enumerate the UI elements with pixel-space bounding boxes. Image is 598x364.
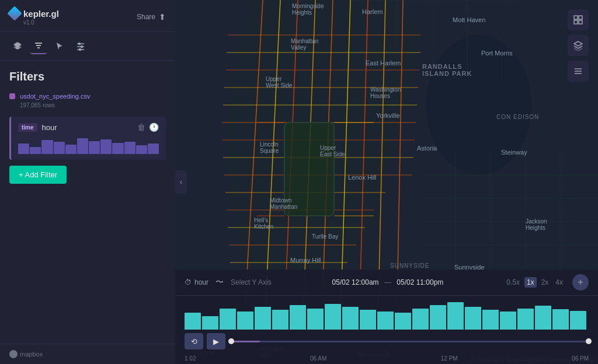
timeline-controls-row: ⏱ hour 〜 Select Y Axis 05/02 12:00am — 0… [175, 270, 598, 296]
timeline-select-y[interactable]: Select Y Axis [231, 278, 272, 286]
chart-bar-6 [272, 310, 288, 330]
axis-label-4: 06 PM [572, 355, 589, 362]
sidebar-footer: mapbox [0, 344, 175, 364]
svg-rect-57 [574, 20, 578, 24]
chart-bar-21 [535, 306, 551, 330]
filters-title: Filters [9, 70, 166, 83]
dataset-rows: 197,065 rows [20, 102, 166, 108]
speed-1x[interactable]: 1x [524, 277, 537, 288]
dataset-color-dot [9, 93, 15, 99]
chart-bar-10 [342, 307, 359, 330]
range-start: 05/02 12:00am [332, 278, 379, 286]
chart-bar-16 [447, 302, 464, 330]
timeline-handle-left[interactable] [228, 338, 234, 344]
dataset-name[interactable]: usdot_nyc_speeding.csv [20, 93, 90, 100]
filter-item-hour: time hour 🗑 🕐 [9, 117, 166, 160]
toolbar-layers[interactable] [9, 38, 26, 54]
reset-button[interactable]: ⟲ [185, 333, 203, 349]
play-button[interactable]: ▶ [207, 333, 225, 349]
share-label: Share [137, 13, 155, 21]
logo-area: kepler.gl v1.0 [9, 8, 59, 26]
toolbar-cursor[interactable] [51, 38, 68, 54]
chart-bar-9 [325, 304, 341, 330]
filter-label-hour: hour [42, 123, 133, 132]
filter-histogram [18, 136, 159, 154]
app-version: v1.0 [23, 19, 59, 26]
sidebar-header: kepler.gl v1.0 Share ⬆ [0, 0, 175, 32]
axis-label-2: 06 AM [310, 355, 326, 362]
chart-bar-5 [255, 307, 271, 330]
mapbox-logo: mapbox [9, 350, 43, 358]
chart-bar-13 [395, 313, 411, 330]
timeline-field: ⏱ hour [185, 278, 208, 286]
speed-0-5x[interactable]: 0.5x [504, 277, 522, 288]
filter-delete-button[interactable]: 🗑 [137, 123, 145, 132]
mapbox-icon [9, 350, 18, 358]
axis-label-3: 12 PM [441, 355, 458, 362]
chart-bar-19 [500, 312, 516, 330]
filter-tag-time: time [18, 123, 37, 132]
logo-icon [7, 6, 22, 20]
play-controls: ⟲ ▶ [185, 333, 225, 349]
timeline-chart-icon: 〜 [215, 277, 224, 288]
share-icon: ⬆ [159, 12, 166, 22]
chart-bar-18 [482, 310, 499, 330]
app-name: kepler.gl [23, 9, 59, 19]
chart-bar-23 [570, 311, 586, 330]
timeline-field-label: hour [194, 278, 208, 286]
timeline-add-button[interactable]: + [572, 274, 589, 290]
filter-clock-button[interactable]: 🕐 [149, 123, 159, 132]
timeline-handle-right[interactable] [586, 338, 592, 344]
timeline-track [231, 341, 589, 342]
timeline-slider[interactable] [231, 335, 589, 347]
timeline-axis: 1 02 06 AM 12 PM 06 PM [175, 355, 598, 364]
chart-area [175, 296, 598, 331]
sidebar: kepler.gl v1.0 Share ⬆ [0, 0, 175, 364]
speed-2x[interactable]: 2x [539, 277, 551, 288]
svg-point-52 [81, 46, 83, 48]
chart-bar-15 [430, 305, 446, 330]
range-dash: — [384, 278, 393, 286]
chart-bar-7 [290, 305, 306, 330]
right-btn-list[interactable] [568, 61, 589, 82]
right-toolbar [568, 9, 589, 82]
timeline-range: 05/02 12:00am — 05/02 11:00pm [279, 278, 498, 286]
chart-bar-3 [220, 309, 236, 330]
chart-bar-8 [307, 309, 324, 330]
chart-bar-22 [552, 309, 569, 330]
playback-row: ⟲ ▶ [175, 331, 598, 355]
svg-point-50 [79, 43, 81, 45]
share-button[interactable]: Share ⬆ [137, 12, 166, 22]
dataset-row: usdot_nyc_speeding.csv [9, 93, 166, 100]
timeline-speeds: 0.5x 1x 2x 4x [504, 277, 565, 288]
svg-rect-55 [574, 16, 578, 19]
timeline-fill [231, 341, 260, 342]
svg-point-1 [426, 35, 531, 175]
chart-bar-11 [360, 310, 376, 330]
right-btn-layers[interactable] [568, 35, 589, 56]
svg-rect-27 [284, 123, 334, 216]
chart-bar-17 [465, 307, 481, 330]
chart-bar-4 [237, 312, 253, 330]
svg-point-54 [79, 49, 81, 51]
speed-4x[interactable]: 4x [553, 277, 565, 288]
chart-bar-2 [202, 316, 218, 330]
timeline-bar: ⏱ hour 〜 Select Y Axis 05/02 12:00am — 0… [175, 270, 598, 364]
clock-icon: ⏱ [185, 278, 192, 286]
toolbar-filters[interactable] [30, 38, 47, 54]
svg-rect-56 [579, 16, 582, 19]
right-btn-grid[interactable] [568, 9, 589, 30]
mapbox-label: mapbox [20, 351, 43, 358]
chart-bar-12 [377, 312, 394, 330]
axis-label-1: 1 02 [185, 355, 196, 362]
toolbar-settings[interactable] [72, 38, 89, 54]
sidebar-toolbar [0, 32, 175, 61]
chart-bar-14 [412, 309, 429, 330]
filters-panel: Filters usdot_nyc_speeding.csv 197,065 r… [0, 61, 175, 344]
range-end: 05/02 11:00pm [397, 278, 443, 286]
chart-bar-20 [517, 309, 534, 330]
svg-rect-58 [579, 20, 582, 24]
add-filter-button[interactable]: + Add Filter [9, 166, 67, 184]
chart-bar-1 [185, 313, 201, 330]
sidebar-collapse-button[interactable]: ‹ [175, 170, 187, 194]
